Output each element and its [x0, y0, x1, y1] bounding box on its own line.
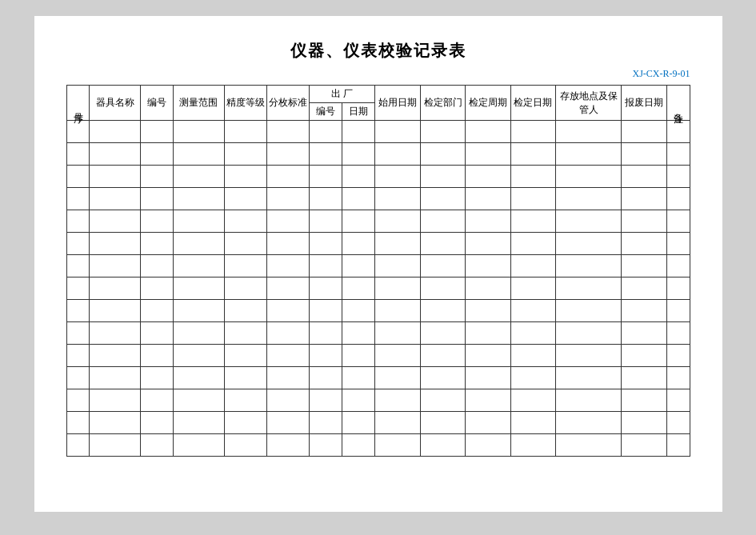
table-cell [666, 277, 690, 300]
table-cell [173, 412, 224, 434]
table-cell [224, 389, 266, 412]
table-cell [375, 389, 420, 412]
table-cell [140, 121, 173, 143]
table-cell [420, 367, 465, 389]
col-header-start-date: 始用日期 [375, 86, 420, 121]
table-cell [466, 367, 510, 389]
table-cell [342, 300, 375, 322]
col-header-division: 分枚标准 [266, 86, 309, 121]
table-row [66, 434, 690, 457]
table-cell [342, 188, 375, 210]
table-cell [375, 345, 420, 367]
table-cell [342, 277, 375, 300]
table-cell [666, 143, 690, 166]
table-cell [556, 389, 622, 412]
table-cell [173, 121, 224, 143]
table-cell [224, 345, 266, 367]
table-cell [224, 367, 266, 389]
table-cell [375, 322, 420, 345]
table-cell [90, 389, 141, 412]
table-cell [510, 345, 555, 367]
table-cell [420, 434, 465, 457]
table-row [66, 277, 690, 300]
table-cell [666, 300, 690, 322]
table-cell [622, 188, 666, 210]
table-cell [510, 367, 555, 389]
table-cell [342, 143, 375, 166]
table-cell [342, 367, 375, 389]
table-cell [375, 210, 420, 233]
table-cell [420, 322, 465, 345]
table-cell [466, 210, 510, 233]
table-cell [666, 412, 690, 434]
table-cell [622, 389, 666, 412]
table-cell [510, 412, 555, 434]
table-cell [66, 322, 90, 345]
table-cell [666, 389, 690, 412]
table-cell [266, 277, 309, 300]
table-cell [90, 121, 141, 143]
col-header-period: 检定周期 [466, 86, 510, 121]
col-header-factory-date: 日期 [342, 103, 375, 121]
table-row [66, 210, 690, 233]
table-cell [622, 233, 666, 255]
table-cell [266, 233, 309, 255]
table-cell [66, 255, 90, 277]
table-cell [66, 121, 90, 143]
table-cell [622, 300, 666, 322]
table-cell [140, 322, 173, 345]
table-cell [666, 255, 690, 277]
table-cell [420, 210, 465, 233]
table-cell [224, 210, 266, 233]
table-cell [510, 166, 555, 188]
table-cell [556, 412, 622, 434]
table-row [66, 166, 690, 188]
col-header-range: 测量范围 [173, 86, 224, 121]
table-cell [510, 121, 555, 143]
table-cell [375, 255, 420, 277]
table-cell [266, 121, 309, 143]
table-cell [173, 210, 224, 233]
table-cell [66, 233, 90, 255]
table-cell [90, 233, 141, 255]
table-cell [510, 322, 555, 345]
table-cell [266, 210, 309, 233]
table-cell [310, 166, 342, 188]
table-cell [556, 121, 622, 143]
table-cell [224, 434, 266, 457]
table-cell [510, 143, 555, 166]
table-cell [342, 233, 375, 255]
table-cell [622, 322, 666, 345]
table-cell [266, 434, 309, 457]
table-cell [224, 322, 266, 345]
col-header-factory-group: 出 厂 [310, 86, 375, 103]
table-cell [375, 434, 420, 457]
table-cell [140, 166, 173, 188]
table-cell [420, 188, 465, 210]
table-cell [310, 300, 342, 322]
table-cell [420, 300, 465, 322]
col-header-inspect-date: 检定日期 [510, 86, 555, 121]
table-cell [224, 300, 266, 322]
table-cell [375, 300, 420, 322]
table-cell [90, 322, 141, 345]
table-cell [666, 367, 690, 389]
table-cell [140, 277, 173, 300]
table-cell [224, 166, 266, 188]
table-cell [224, 412, 266, 434]
table-cell [466, 255, 510, 277]
table-cell [666, 233, 690, 255]
table-cell [266, 143, 309, 166]
table-cell [173, 188, 224, 210]
table-cell [666, 210, 690, 233]
table-cell [666, 188, 690, 210]
table-cell [510, 255, 555, 277]
table-cell [510, 277, 555, 300]
table-cell [556, 345, 622, 367]
table-body [66, 121, 690, 457]
table-cell [224, 121, 266, 143]
table-cell [66, 434, 90, 457]
table-cell [375, 233, 420, 255]
table-row [66, 300, 690, 322]
table-cell [622, 143, 666, 166]
